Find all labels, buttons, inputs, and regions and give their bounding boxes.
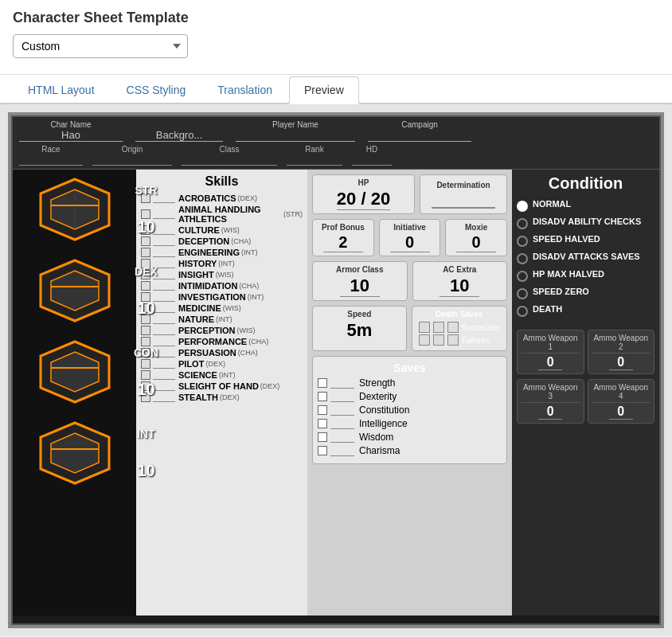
save-checkbox-constitution[interactable] xyxy=(318,405,327,415)
tab-translation[interactable]: Translation xyxy=(202,76,287,104)
skill-attr-culture: (WIS) xyxy=(221,226,240,234)
rank-input[interactable] xyxy=(287,154,342,166)
save-mod-constitution xyxy=(330,404,354,416)
skill-mod-science xyxy=(153,370,175,380)
skill-checkbox-science[interactable] xyxy=(141,370,150,380)
hd-input[interactable] xyxy=(352,154,392,166)
condition-label-death: DEATH xyxy=(533,304,562,314)
speed-saves-row: Speed 5m Death Saves Successes xyxy=(312,306,507,351)
saves-section: Saves Strength Dexterity xyxy=(312,356,507,464)
skill-attr-stealth: (DEX) xyxy=(220,393,240,401)
save-row-dexterity: Dexterity xyxy=(318,391,502,402)
save-name-wisdom: Wisdom xyxy=(359,432,393,443)
save-checkbox-strength[interactable] xyxy=(318,378,327,388)
death-success-3[interactable] xyxy=(447,322,459,333)
radio-disadv-attacks[interactable] xyxy=(517,253,528,264)
save-checkbox-intelligence[interactable] xyxy=(318,419,327,428)
tab-html-layout[interactable]: HTML Layout xyxy=(13,76,110,104)
armor-class-box: Armor Class 10 xyxy=(312,261,408,301)
death-success-1[interactable] xyxy=(419,322,430,333)
skill-name-persuasion: PERSUASION xyxy=(178,348,236,358)
hp-box: HP 20 / 20 xyxy=(312,174,415,214)
player-name-field: Player Name xyxy=(236,120,355,142)
skill-checkbox-deception[interactable] xyxy=(141,236,150,246)
skill-attr-history: (INT) xyxy=(218,260,235,268)
weapon-1-value: 0 xyxy=(538,355,562,370)
condition-death: DEATH xyxy=(517,304,654,317)
save-checkbox-dexterity[interactable] xyxy=(318,392,327,401)
condition-column: Condition NORMAL DISADV ABILITY CHECKS S… xyxy=(512,170,659,616)
armor-class-label: Armor Class xyxy=(336,265,383,274)
tab-preview[interactable]: Preview xyxy=(289,76,359,104)
determination-label: Determination xyxy=(436,181,490,190)
save-checkbox-charisma[interactable] xyxy=(318,446,327,455)
moxie-label: Moxie xyxy=(465,223,487,232)
race-input[interactable] xyxy=(19,154,83,166)
determination-bar xyxy=(432,207,495,209)
tabs-bar: HTML Layout CSS Styling Translation Prev… xyxy=(0,75,672,104)
save-mod-wisdom xyxy=(330,432,354,443)
skill-row-deception: DECEPTION (CHA) xyxy=(141,236,303,246)
weapon-2-box: Ammo Weapon 2 0 xyxy=(588,330,655,374)
radio-speed-zero[interactable] xyxy=(517,288,528,299)
initiative-box: Initiative 0 xyxy=(379,219,441,256)
weapon-4-title: Ammo Weapon 4 xyxy=(592,383,651,401)
condition-label-speed-halved: SPEED HALVED xyxy=(533,234,600,244)
ac-extra-value: 10 xyxy=(440,276,479,297)
radio-speed-halved[interactable] xyxy=(517,236,528,247)
death-failure-2[interactable] xyxy=(433,334,444,346)
sheet-container: Char Name Player Name Campaign xyxy=(11,115,661,625)
main-column: HP 20 / 20 Determination Prof Bonus xyxy=(307,170,512,616)
stats-column: STR 10 xyxy=(13,170,136,616)
death-success-2[interactable] xyxy=(433,322,444,333)
campaign-field: Campaign xyxy=(368,120,471,142)
int-label: INT xyxy=(111,428,182,440)
skill-checkbox-intimidation[interactable] xyxy=(141,281,150,291)
skill-row-science: SCIENCE (INT) xyxy=(141,370,303,380)
save-row-wisdom: Wisdom xyxy=(318,432,502,443)
int-value: 10 xyxy=(111,462,182,480)
death-failure-1[interactable] xyxy=(419,334,430,346)
skill-attr-medicine: (WIS) xyxy=(223,304,241,312)
dropdown-wrapper: Custom xyxy=(13,34,659,58)
save-mod-charisma xyxy=(330,445,354,456)
radio-disadv-ability[interactable] xyxy=(517,218,528,229)
skill-attr-science: (INT) xyxy=(219,371,236,379)
race-field: Race xyxy=(19,145,83,166)
class-input[interactable] xyxy=(182,154,277,166)
player-name-label: Player Name xyxy=(272,120,318,129)
weapon-3-box: Ammo Weapon 3 0 xyxy=(517,379,584,424)
death-saves-box: Death Saves Successes xyxy=(412,306,507,351)
skill-attr-sleight-of-hand: (DEX) xyxy=(260,382,280,390)
save-mod-intelligence xyxy=(330,418,354,429)
skill-checkbox-performance[interactable] xyxy=(141,337,150,346)
page-title: Character Sheet Template xyxy=(13,10,659,26)
dex-label: DEX xyxy=(111,265,182,278)
tab-css-styling[interactable]: CSS Styling xyxy=(111,76,201,104)
determination-box: Determination xyxy=(420,174,507,214)
speed-box: Speed 5m xyxy=(312,306,407,351)
save-checkbox-wisdom[interactable] xyxy=(318,432,327,442)
save-name-intelligence: Intelligence xyxy=(359,418,408,429)
radio-death[interactable] xyxy=(517,306,528,317)
save-name-dexterity: Dexterity xyxy=(359,391,397,402)
skill-checkbox-engineering[interactable] xyxy=(141,248,150,257)
hd-label: HD xyxy=(366,145,377,154)
char-name-input[interactable] xyxy=(19,129,123,142)
prof-bonus-value: 2 xyxy=(323,233,363,252)
skill-checkbox-perception[interactable] xyxy=(141,326,150,335)
save-row-constitution: Constitution xyxy=(318,404,502,416)
weapon-4-value: 0 xyxy=(609,404,633,420)
radio-normal[interactable] xyxy=(517,201,528,212)
skill-name-deception: DECEPTION xyxy=(178,236,229,246)
condition-title: Condition xyxy=(517,174,654,193)
skill-name-sleight-of-hand: SLEIGHT OF HAND xyxy=(178,381,259,391)
template-dropdown[interactable]: Custom xyxy=(13,34,188,58)
background-input[interactable] xyxy=(135,129,223,142)
death-failure-3[interactable] xyxy=(447,334,459,346)
player-name-input[interactable] xyxy=(236,129,355,142)
skill-checkbox-pilot[interactable] xyxy=(141,359,150,369)
origin-input[interactable] xyxy=(92,154,172,166)
campaign-input[interactable] xyxy=(368,129,471,142)
radio-hp-max-halved[interactable] xyxy=(517,271,528,282)
